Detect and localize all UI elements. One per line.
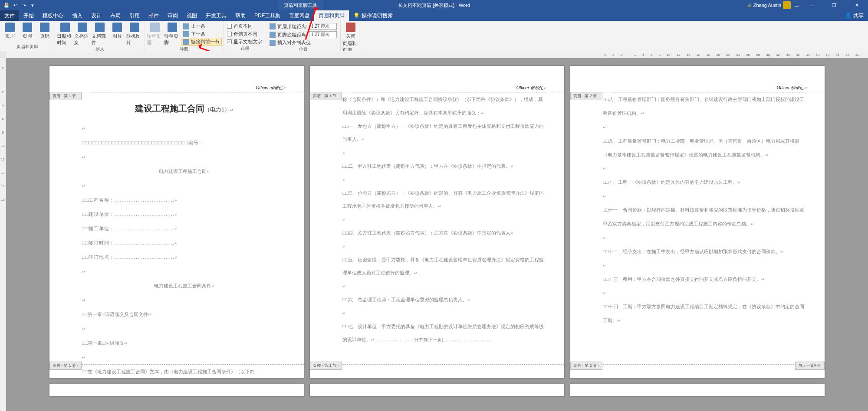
prev-icon (183, 23, 189, 29)
warning-icon: ⚠ (747, 3, 752, 8)
goto-header-icon (150, 23, 160, 32)
page-header[interactable]: Officer 帮帮忙↵ (91, 85, 286, 92)
title-bar: 💾 ↶ ↷ ▾ 页眉和页脚工具 长文档不同页眉 [兼容模式] - Word ⚠ … (0, 0, 868, 10)
tab-home[interactable]: 开始 (19, 10, 38, 21)
page-5-stub (310, 384, 564, 396)
footer-section-tag: 页脚 - 第 1 节 - (49, 362, 82, 370)
tab-pdf[interactable]: PDF工具集 (250, 10, 285, 21)
previous-button[interactable]: 上一条 (181, 23, 221, 30)
document-canvas[interactable]: Officer 帮帮忙↵ 页眉 - 第 1 节 - 建设工程施工合同（电力1）↵… (6, 58, 868, 411)
footer-section-tag: 页脚 - 第 2 节 - (570, 362, 602, 370)
undo-icon[interactable]: ↶ (11, 1, 19, 9)
page-number-button[interactable]: 页码 (36, 22, 53, 39)
doc-info-icon (78, 23, 87, 32)
close-header-footer-button[interactable]: 关闭页眉和页脚 (342, 22, 359, 53)
header-section-tag: 页眉 - 第 1 节 - (49, 92, 82, 100)
header-top-spinner[interactable]: 1.27 厘米 (309, 23, 337, 30)
header-button[interactable]: 页眉 (2, 22, 18, 39)
maximize-button[interactable]: ❐ (825, 0, 844, 10)
tab-baidu[interactable]: 百度网盘 (285, 10, 314, 21)
page-3: Officer 帮帮忙↵ 页眉 - 第 2 节 - □□八、工程造价管理部门：国… (570, 66, 825, 378)
tell-me-label: 操作说明搜索 (362, 12, 393, 20)
doc-info-button[interactable]: 文档信息 (74, 22, 91, 46)
ribbon-display-icon[interactable]: ▭ (794, 3, 799, 8)
horizontal-ruler[interactable]: 6422468101214161820222426283032343638404… (6, 51, 868, 58)
show-document-text-checkbox[interactable]: ✓显示文档文字 (225, 38, 264, 46)
quick-access-toolbar: 💾 ↶ ↷ ▾ (0, 1, 36, 9)
different-first-page-checkbox[interactable]: 首页不同 (225, 23, 264, 30)
next-icon (183, 31, 189, 37)
doc-parts-icon (95, 23, 105, 32)
lightbulb-icon: 💡 (353, 13, 360, 19)
share-button[interactable]: 👤共享 (845, 12, 864, 20)
date-time-button[interactable]: 日期和时间 (57, 22, 73, 46)
page-header[interactable]: Officer 帮帮忙↵ (612, 85, 807, 92)
group-insert: 日期和时间 文档信息 文档部件 图片 联机图片 插入 (55, 21, 145, 51)
user-avatar (783, 1, 791, 9)
align-tab-icon (270, 40, 276, 46)
minimize-button[interactable]: — (802, 0, 821, 10)
group-header-footer: 页眉 页脚 页码 页眉和页脚 (0, 21, 55, 51)
page-2: Officer 帮帮忙↵ 页眉 - 第 1 节 - 称《合同条件》）和《电力建设… (310, 66, 564, 378)
page-body: 称《合同条件》）和《电力建设工程施工合同协议条款》（以下简称《协议条款》），组成… (342, 93, 547, 346)
ribbon-tabs: 文件 开始 模板中心 插入 设计 布局 引用 邮件 审阅 视图 开发工具 帮助 … (0, 10, 868, 21)
date-time-icon (60, 23, 70, 32)
ribbon: 页眉 页脚 页码 页眉和页脚 日期和时间 文档信息 文档部件 图片 联机图片 插… (0, 21, 868, 51)
tab-review[interactable]: 审阅 (163, 10, 182, 21)
close-button[interactable]: ✕ (847, 0, 866, 10)
tell-me-search[interactable]: 💡 操作说明搜索 (353, 12, 393, 20)
tab-mailings[interactable]: 邮件 (144, 10, 163, 21)
save-icon[interactable]: 💾 (3, 1, 10, 9)
qat-more-icon[interactable]: ▾ (29, 1, 36, 9)
footer-icon (23, 23, 32, 32)
tab-developer[interactable]: 开发工具 (201, 10, 231, 21)
tab-file[interactable]: 文件 (0, 10, 19, 21)
goto-footer-button[interactable]: 转至页脚 (164, 22, 181, 46)
header-section-tag: 页眉 - 第 1 节 - (310, 92, 342, 100)
footer-bottom-icon (270, 32, 276, 38)
page-6-stub (570, 384, 825, 396)
picture-icon (112, 23, 122, 32)
contextual-tab-label: 页眉和页脚工具 (278, 0, 323, 10)
next-button[interactable]: 下一条 (181, 30, 221, 38)
group-close: 关闭页眉和页脚 关闭 (341, 21, 361, 51)
doc-parts-button[interactable]: 文档部件 (92, 22, 108, 46)
footer-section-tag: 页脚 - 第 1 节 - (310, 362, 342, 370)
goto-footer-icon (168, 23, 177, 32)
group-options: 首页不同 奇偶页不同 ✓显示文档文字 选项 (224, 21, 266, 51)
footer-from-bottom[interactable]: 页脚底端距离:1.27 厘米 (268, 31, 339, 39)
user-account[interactable]: ⚠ Zhang Austin (747, 1, 791, 9)
group-label: 页眉和页脚 (2, 44, 53, 51)
page-header[interactable]: Officer 帮帮忙↵ (352, 85, 547, 92)
header-top-icon (270, 23, 276, 29)
insert-alignment-tab-button[interactable]: 插入对齐制表位 (268, 39, 339, 46)
goto-header-button: 转至页眉 (147, 22, 163, 46)
tab-header-footer[interactable]: 页眉和页脚 (314, 10, 349, 21)
user-name: Zhang Austin (753, 3, 781, 8)
header-from-top[interactable]: 页眉顶端距离:1.27 厘米 (268, 23, 339, 30)
header-icon (5, 23, 15, 32)
page-body: □□八、工程造价管理部门：国务院各有关部门、各级建设行政主管部门或如上部门授权的… (603, 93, 807, 328)
close-icon (346, 23, 355, 32)
different-odd-even-checkbox[interactable]: 奇偶页不同 (225, 30, 264, 38)
document-title: 长文档不同页眉 [兼容模式] - Word (398, 2, 470, 9)
online-picture-button[interactable]: 联机图片 (126, 22, 143, 46)
tab-help[interactable]: 帮助 (231, 10, 250, 21)
footer-button[interactable]: 页脚 (19, 22, 36, 39)
group-position: 页眉顶端距离:1.27 厘米 页脚底端距离:1.27 厘米 插入对齐制表位 位置 (266, 21, 341, 51)
footer-bottom-spinner[interactable]: 1.27 厘米 (309, 31, 337, 38)
page-number-icon (40, 23, 49, 32)
redo-icon[interactable]: ↷ (20, 1, 28, 9)
tab-design[interactable]: 设计 (87, 10, 106, 21)
tab-references[interactable]: 引用 (125, 10, 144, 21)
page-body: 建设工程施工合同（电力1）↵ ↵ □□□□□□□□□□□□□□□□□□□□□□□… (82, 93, 286, 379)
page-4-stub (49, 384, 304, 396)
tab-view[interactable]: 视图 (182, 10, 201, 21)
vertical-ruler[interactable]: 224681012141618 (0, 58, 6, 411)
link-to-previous-button[interactable]: 链接到前一节 (181, 38, 221, 46)
picture-button[interactable]: 图片 (109, 22, 125, 39)
tab-insert[interactable]: 插入 (68, 10, 87, 21)
tab-layout[interactable]: 布局 (106, 10, 125, 21)
page-1: Officer 帮帮忙↵ 页眉 - 第 1 节 - 建设工程施工合同（电力1）↵… (49, 66, 304, 378)
tab-template[interactable]: 模板中心 (38, 10, 68, 21)
